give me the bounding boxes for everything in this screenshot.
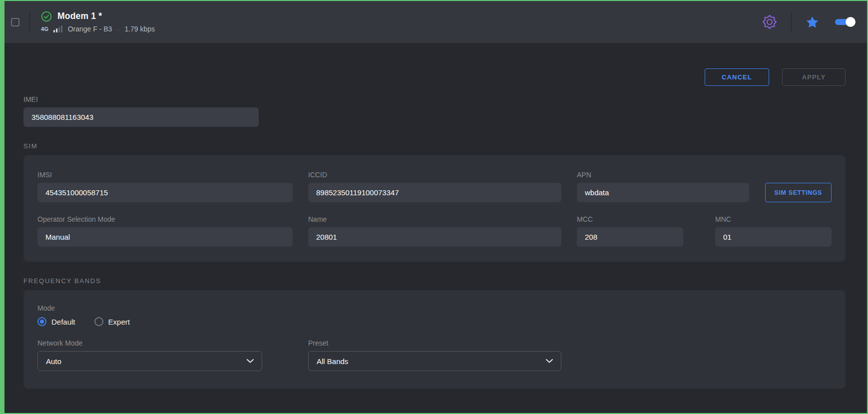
name-input[interactable] bbox=[308, 227, 561, 247]
name-field-group: Name bbox=[308, 215, 561, 247]
preset-field-group: Preset All Bands bbox=[308, 339, 561, 371]
mnc-label: MNC bbox=[715, 215, 832, 223]
operator-selection-mode-field-group: Operator Selection Mode bbox=[37, 215, 293, 247]
mnc-input[interactable] bbox=[715, 227, 832, 247]
modem-select-checkbox[interactable] bbox=[11, 18, 19, 26]
selection-accent-bar bbox=[1, 1, 4, 413]
frequency-bands-card: Mode Default Expert Network Mode Auto bbox=[23, 290, 846, 389]
modem-enable-toggle[interactable] bbox=[835, 19, 854, 25]
signal-strength-icon bbox=[53, 25, 62, 32]
network-mode-field-group: Network Mode Auto bbox=[37, 339, 262, 371]
imsi-label: IMSI bbox=[37, 171, 293, 179]
chevron-down-icon bbox=[247, 359, 254, 363]
network-mode-select[interactable]: Auto bbox=[37, 351, 262, 371]
settings-button[interactable] bbox=[762, 14, 777, 29]
imei-input[interactable] bbox=[23, 107, 259, 127]
iccid-input[interactable] bbox=[308, 183, 561, 202]
radio-selected-icon bbox=[37, 317, 46, 326]
mode-option-default[interactable]: Default bbox=[37, 317, 75, 326]
apn-label: APN bbox=[577, 171, 749, 179]
frequency-bands-section-label: FREQUENCY BANDS bbox=[23, 277, 846, 285]
modem-title: Modem 1 * bbox=[57, 11, 102, 21]
network-type-badge: 4G bbox=[41, 26, 49, 32]
mode-option-expert-label: Expert bbox=[108, 318, 130, 326]
toggle-knob bbox=[846, 17, 856, 27]
status-ok-icon bbox=[41, 11, 52, 22]
apply-button[interactable]: APPLY bbox=[782, 68, 846, 86]
header-divider bbox=[29, 12, 30, 32]
modem-identity: Modem 1 * 4G Orange F - B3 · 1.79 kbps bbox=[41, 11, 155, 33]
network-mode-value: Auto bbox=[46, 357, 61, 366]
header-actions-divider bbox=[791, 12, 792, 32]
modem-config-window: Modem 1 * 4G Orange F - B3 · 1.79 kbps bbox=[0, 0, 868, 414]
mode-option-expert[interactable]: Expert bbox=[94, 317, 130, 326]
operator-selection-mode-label: Operator Selection Mode bbox=[37, 215, 293, 223]
star-icon bbox=[806, 15, 819, 29]
imei-label: IMEI bbox=[23, 95, 259, 103]
modem-header: Modem 1 * 4G Orange F - B3 · 1.79 kbps bbox=[4, 1, 867, 43]
iccid-label: ICCID bbox=[308, 171, 561, 179]
operator-label: Orange F - B3 bbox=[68, 25, 112, 33]
sim-section-label: SIM bbox=[23, 142, 846, 150]
iccid-field-group: ICCID bbox=[308, 171, 561, 202]
gear-icon bbox=[762, 14, 777, 29]
apn-field-group: APN bbox=[577, 171, 749, 202]
form-actions: CANCEL APPLY bbox=[23, 68, 846, 86]
mode-option-default-label: Default bbox=[51, 318, 75, 326]
imei-field-group: IMEI bbox=[23, 95, 259, 127]
mnc-field-group: MNC bbox=[715, 215, 832, 247]
preset-value: All Bands bbox=[317, 357, 348, 366]
throughput-label: 1.79 kbps bbox=[124, 25, 155, 33]
name-label: Name bbox=[308, 215, 561, 223]
header-actions bbox=[762, 12, 854, 32]
preset-select[interactable]: All Bands bbox=[308, 351, 561, 371]
chevron-down-icon bbox=[546, 359, 553, 363]
operator-selection-mode-input[interactable] bbox=[37, 227, 293, 247]
modem-settings-form: CANCEL APPLY IMEI SIM IMSI ICCID APN bbox=[4, 68, 867, 389]
mode-label: Mode bbox=[37, 304, 832, 312]
preset-label: Preset bbox=[308, 339, 561, 347]
sim-card: IMSI ICCID APN SIM SETTINGS Operator Sel… bbox=[23, 155, 846, 262]
mcc-label: MCC bbox=[577, 215, 683, 223]
imsi-field-group: IMSI bbox=[37, 171, 293, 202]
separator-dot: · bbox=[117, 25, 119, 33]
mode-radio-group: Default Expert bbox=[37, 317, 832, 326]
network-mode-label: Network Mode bbox=[37, 339, 262, 347]
mcc-field-group: MCC bbox=[577, 215, 683, 247]
imsi-input[interactable] bbox=[37, 183, 293, 202]
sim-settings-button[interactable]: SIM SETTINGS bbox=[765, 183, 832, 202]
favorite-button[interactable] bbox=[806, 15, 819, 29]
radio-unselected-icon bbox=[94, 317, 103, 326]
apn-input[interactable] bbox=[577, 183, 749, 202]
cancel-button[interactable]: CANCEL bbox=[705, 68, 769, 86]
mcc-input[interactable] bbox=[577, 227, 683, 247]
